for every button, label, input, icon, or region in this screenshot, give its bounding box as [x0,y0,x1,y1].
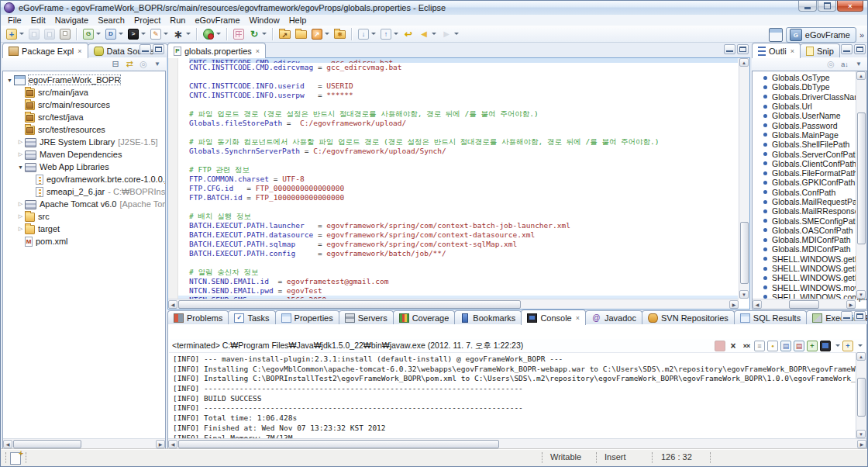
pin-console-icon[interactable] [807,341,818,351]
terminal-tools-button[interactable] [126,27,147,41]
collapsed-arrow-icon[interactable]: ▷ [16,213,25,220]
console-tab-console[interactable]: Console× [521,310,586,325]
console-tab-javadoc[interactable]: Javadoc [585,310,642,324]
code-line[interactable]: CNTC.INSTTCODE.INFO.userid = USERID [189,81,738,91]
code-line[interactable]: CNTC.INSTTCODE.CMD.edircvmag = gcc_edirc… [189,63,738,72]
scroll-lock-icon[interactable] [767,341,778,351]
menu-window[interactable]: Window [245,15,284,26]
tree-item[interactable]: ▷smeapi_2_6.jar- C:₩BOPRInstallTest2₩e [3,185,165,198]
tree-item[interactable]: ▷Apache Tomcat v6.0[Apache Tomcat v6.0 [3,198,165,210]
perspective-overflow-chevron[interactable]: » [859,30,864,40]
console-tab-tasks[interactable]: Tasks [228,310,275,324]
outline-item[interactable]: Globals.FileFormatPath [753,168,866,178]
console-tab-sql-results[interactable]: SQL Results [734,310,807,324]
outline-item[interactable]: Globals.MailRequestPath [753,197,866,206]
collapsed-arrow-icon[interactable]: ▷ [16,139,25,145]
restore-window-button[interactable] [818,1,836,12]
egov-new-project-button[interactable] [81,27,102,41]
collapsed-arrow-icon[interactable]: ▷ [16,226,25,232]
menu-file[interactable]: File [3,15,26,26]
outline-item[interactable]: SHELL.WINDOWS.getDrc [753,264,866,273]
console-tab-problems[interactable]: Problems [167,310,229,324]
minimize-panel-button[interactable] [841,44,852,54]
title-bar[interactable]: eGovFrame - egovFrameWork_BOPR/src/main/… [1,1,867,16]
code-line[interactable]: FTP.BATCH.id = FTP_1000000000000000 [189,193,738,202]
code-line[interactable]: # 배치 실행 정보 [189,212,738,221]
console-tab-properties[interactable]: Properties [275,310,339,324]
focus-icon[interactable]: ◎ [825,59,836,69]
tree-item[interactable]: ▼egovFrameWork_BOPR [3,74,165,86]
table-grid-button[interactable] [232,27,246,41]
menu-navigate[interactable]: Navigate [50,15,93,26]
outline-item[interactable]: Globals.MDIConfPath [753,235,866,244]
console-tab-svn-repositories[interactable]: SVN Repositories [642,310,735,324]
tree-item[interactable]: ▷target [3,223,165,235]
maximize-panel-button[interactable] [854,44,866,54]
collapsed-arrow-icon[interactable]: ▷ [16,201,25,207]
maximize-editor-button[interactable] [737,44,749,54]
command-button[interactable] [171,27,192,41]
new-wizard-button[interactable] [5,27,26,41]
outline-item[interactable]: Globals.ConfPath [753,188,866,197]
maximize-panel-button[interactable] [854,311,866,321]
terminate-icon[interactable] [715,341,725,351]
remove-all-terminated-icon[interactable] [741,341,752,351]
sort-icon[interactable]: a↓ [839,61,850,68]
console-hscrollbar[interactable]: ◀ ▶ [168,438,866,448]
open-console-icon[interactable] [842,341,853,351]
code-line[interactable]: # FTP 관련 정보 [189,165,738,175]
outline-item[interactable]: Globals.MailRResponsePa [753,206,866,216]
fast-view-icon[interactable] [10,452,21,465]
tree-item[interactable]: ▷JRE System Library[J2SE-1.5] [3,136,165,148]
code-line[interactable]: NTCN.SEND.EMAIL.pwd = egovTest [189,286,738,296]
code-line[interactable]: NTCN.SEND.EMAIL.id = egovframetest@gmail… [189,277,738,286]
console-output[interactable]: [INFO] --- maven-install-plugin:2.3.1:in… [169,352,856,438]
code-line[interactable]: Globals.SynchrnServerPath = C:/egovframe… [189,147,738,156]
menu-search[interactable]: Search [93,15,129,26]
annotation-ruler[interactable] [168,58,178,299]
outline-vscrollbar[interactable]: ▲ ▼ [856,71,866,299]
collapse-all-icon[interactable]: ⊟ [110,59,121,69]
code-line[interactable]: CNTC.INSTTCODE.INFO.userpw = ****** [189,91,738,100]
outline-item[interactable]: Globals.ClientConfPath [753,159,866,168]
clear-console-icon[interactable] [754,341,765,351]
minimize-editor-button[interactable] [724,44,735,54]
code-line[interactable]: # 파일 동기화 컴포넌트에서 사용할 파일 업로드 경로 (경로 설정은 반드… [189,137,738,147]
show-on-stdout-icon[interactable] [780,341,791,351]
egov-generation-button[interactable] [104,27,125,41]
show-on-stderr-icon[interactable] [794,341,804,351]
menu-edit[interactable]: Edit [26,15,50,26]
outline-tab-outli[interactable]: Outli× [752,43,801,58]
open-perspective-button[interactable] [769,28,783,42]
tree-item[interactable]: ▼Web App Libraries [3,161,165,173]
close-tab-icon[interactable]: × [790,47,794,55]
outline-item[interactable]: Globals.DbType [753,82,866,92]
tree-item[interactable]: ▷egovframework.brte.core-1.0.0.jar- C:₩ [3,173,165,185]
code-line[interactable]: BATCH.EXECUT.PATH.sqlmap = egovframework… [189,240,738,249]
view-menu-icon[interactable]: ▼ [152,61,163,67]
maximize-panel-button[interactable] [153,44,164,54]
outline-item[interactable]: Globals.MainPage [753,130,866,140]
outline-item[interactable]: SHELL.WINDOWS.moveD [753,283,866,292]
outline-item[interactable]: Globals.UserName [753,111,866,120]
code-line[interactable] [189,100,738,109]
code-line[interactable]: BATCH.EXECUT.PATH.config = egovframework… [189,249,738,258]
outline-item[interactable]: Globals.ServerConfPath [753,149,866,158]
link-with-editor-icon[interactable]: ⇄ [124,59,135,69]
minimize-panel-button[interactable] [841,311,852,321]
tree-item[interactable]: ▷src/test/java [3,111,165,123]
close-tab-icon[interactable]: × [576,314,580,322]
menu-project[interactable]: Project [129,15,165,26]
back-button[interactable] [417,27,438,41]
tree-item[interactable]: ▷src/test/resources [3,123,165,136]
outline-item[interactable]: Globals.MDIConfPath [753,244,866,254]
console-vscrollbar[interactable]: ▲ ▼ [856,352,866,438]
code-line[interactable]: # 알림 송신자 정보 [189,268,738,277]
code-line[interactable]: FTP.COMMON.charset = UTF-8 [189,175,738,184]
outline-item[interactable]: Globals.OASConfPath [753,226,866,235]
code-line[interactable]: Globals.fileStorePath = C:/egovframework… [189,119,738,128]
save-button[interactable] [27,27,41,41]
menu-help[interactable]: Help [284,15,312,26]
refresh-button[interactable] [247,27,268,41]
deploy-button[interactable] [310,27,331,41]
